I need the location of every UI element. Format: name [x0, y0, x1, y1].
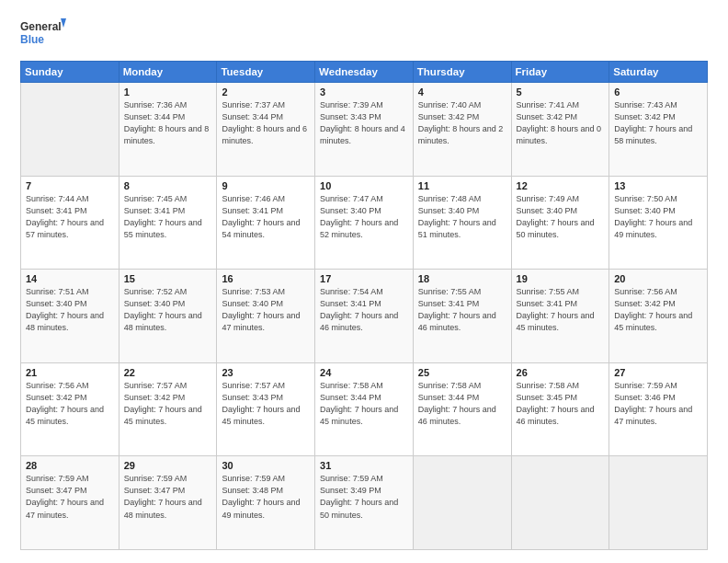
calendar-cell: 12Sunrise: 7:49 AMSunset: 3:40 PMDayligh…	[511, 176, 609, 270]
calendar-cell: 28Sunrise: 7:59 AMSunset: 3:47 PMDayligh…	[21, 456, 119, 550]
weekday-header-row: SundayMondayTuesdayWednesdayThursdayFrid…	[21, 62, 708, 83]
cell-info: Sunrise: 7:55 AMSunset: 3:41 PMDaylight:…	[418, 286, 506, 334]
weekday-header-thursday: Thursday	[413, 62, 511, 83]
weekday-header-sunday: Sunday	[21, 62, 119, 83]
day-number: 12	[517, 180, 605, 191]
cell-info: Sunrise: 7:59 AMSunset: 3:48 PMDaylight:…	[222, 473, 310, 521]
weekday-header-saturday: Saturday	[609, 62, 708, 83]
calendar-cell: 7Sunrise: 7:44 AMSunset: 3:41 PMDaylight…	[21, 176, 119, 270]
day-number: 31	[320, 460, 408, 471]
svg-text:Blue: Blue	[20, 33, 44, 46]
calendar-table: SundayMondayTuesdayWednesdayThursdayFrid…	[20, 61, 708, 550]
svg-text:General: General	[20, 20, 62, 33]
calendar-cell: 22Sunrise: 7:57 AMSunset: 3:42 PMDayligh…	[119, 362, 217, 456]
calendar-cell: 4Sunrise: 7:40 AMSunset: 3:42 PMDaylight…	[413, 83, 511, 177]
day-number: 27	[614, 367, 702, 378]
logo-svg: General Blue	[20, 17, 66, 52]
day-number: 7	[26, 180, 114, 191]
day-number: 9	[222, 180, 310, 191]
day-number: 14	[26, 273, 114, 284]
cell-info: Sunrise: 7:48 AMSunset: 3:40 PMDaylight:…	[418, 193, 506, 241]
cell-info: Sunrise: 7:52 AMSunset: 3:40 PMDaylight:…	[124, 286, 212, 334]
day-number: 17	[320, 273, 408, 284]
cell-info: Sunrise: 7:58 AMSunset: 3:44 PMDaylight:…	[418, 380, 506, 428]
calendar-cell: 15Sunrise: 7:52 AMSunset: 3:40 PMDayligh…	[119, 270, 217, 363]
week-row-1: 1Sunrise: 7:36 AMSunset: 3:44 PMDaylight…	[21, 83, 708, 177]
header: General Blue	[20, 17, 708, 52]
calendar-cell: 19Sunrise: 7:55 AMSunset: 3:41 PMDayligh…	[511, 270, 609, 363]
page: General Blue SundayMondayTuesdayWednesda…	[0, 0, 728, 563]
day-number: 20	[614, 273, 702, 284]
cell-info: Sunrise: 7:55 AMSunset: 3:41 PMDaylight:…	[517, 286, 605, 334]
svg-marker-2	[61, 18, 66, 28]
day-number: 23	[222, 367, 310, 378]
calendar-cell	[21, 83, 119, 177]
calendar-cell: 18Sunrise: 7:55 AMSunset: 3:41 PMDayligh…	[413, 270, 511, 363]
cell-info: Sunrise: 7:43 AMSunset: 3:42 PMDaylight:…	[614, 99, 702, 147]
calendar-cell: 17Sunrise: 7:54 AMSunset: 3:41 PMDayligh…	[315, 270, 414, 363]
day-number: 4	[418, 86, 506, 98]
cell-info: Sunrise: 7:46 AMSunset: 3:41 PMDaylight:…	[222, 193, 310, 241]
cell-info: Sunrise: 7:36 AMSunset: 3:44 PMDaylight:…	[124, 99, 212, 147]
calendar-cell	[413, 456, 511, 550]
calendar-cell: 24Sunrise: 7:58 AMSunset: 3:44 PMDayligh…	[315, 362, 414, 456]
calendar-cell: 21Sunrise: 7:56 AMSunset: 3:42 PMDayligh…	[21, 362, 119, 456]
cell-info: Sunrise: 7:45 AMSunset: 3:41 PMDaylight:…	[124, 193, 212, 241]
cell-info: Sunrise: 7:57 AMSunset: 3:43 PMDaylight:…	[222, 380, 310, 428]
calendar-cell: 13Sunrise: 7:50 AMSunset: 3:40 PMDayligh…	[609, 176, 708, 270]
cell-info: Sunrise: 7:39 AMSunset: 3:43 PMDaylight:…	[320, 99, 408, 147]
cell-info: Sunrise: 7:44 AMSunset: 3:41 PMDaylight:…	[26, 193, 114, 241]
cell-info: Sunrise: 7:41 AMSunset: 3:42 PMDaylight:…	[517, 99, 605, 147]
cell-info: Sunrise: 7:50 AMSunset: 3:40 PMDaylight:…	[614, 193, 702, 241]
day-number: 10	[320, 180, 408, 191]
day-number: 1	[124, 86, 212, 98]
day-number: 11	[418, 180, 506, 191]
day-number: 18	[418, 273, 506, 284]
day-number: 15	[124, 273, 212, 284]
day-number: 22	[124, 367, 212, 378]
calendar-cell: 5Sunrise: 7:41 AMSunset: 3:42 PMDaylight…	[511, 83, 609, 177]
calendar-cell: 26Sunrise: 7:58 AMSunset: 3:45 PMDayligh…	[511, 362, 609, 456]
day-number: 26	[517, 367, 605, 378]
day-number: 6	[614, 86, 702, 98]
cell-info: Sunrise: 7:59 AMSunset: 3:49 PMDaylight:…	[320, 473, 408, 521]
calendar-cell: 29Sunrise: 7:59 AMSunset: 3:47 PMDayligh…	[119, 456, 217, 550]
calendar-cell	[511, 456, 609, 550]
day-number: 28	[26, 460, 114, 471]
calendar-cell: 11Sunrise: 7:48 AMSunset: 3:40 PMDayligh…	[413, 176, 511, 270]
cell-info: Sunrise: 7:54 AMSunset: 3:41 PMDaylight:…	[320, 286, 408, 334]
day-number: 5	[517, 86, 605, 98]
weekday-header-monday: Monday	[119, 62, 217, 83]
calendar-cell: 16Sunrise: 7:53 AMSunset: 3:40 PMDayligh…	[217, 270, 315, 363]
calendar-cell: 3Sunrise: 7:39 AMSunset: 3:43 PMDaylight…	[315, 83, 414, 177]
day-number: 29	[124, 460, 212, 471]
cell-info: Sunrise: 7:47 AMSunset: 3:40 PMDaylight:…	[320, 193, 408, 241]
cell-info: Sunrise: 7:58 AMSunset: 3:45 PMDaylight:…	[517, 380, 605, 428]
cell-info: Sunrise: 7:37 AMSunset: 3:44 PMDaylight:…	[222, 99, 310, 147]
cell-info: Sunrise: 7:59 AMSunset: 3:47 PMDaylight:…	[124, 473, 212, 521]
cell-info: Sunrise: 7:59 AMSunset: 3:47 PMDaylight:…	[26, 473, 114, 521]
day-number: 25	[418, 367, 506, 378]
calendar-cell: 1Sunrise: 7:36 AMSunset: 3:44 PMDaylight…	[119, 83, 217, 177]
cell-info: Sunrise: 7:56 AMSunset: 3:42 PMDaylight:…	[614, 286, 702, 334]
cell-info: Sunrise: 7:56 AMSunset: 3:42 PMDaylight:…	[26, 380, 114, 428]
calendar-cell: 25Sunrise: 7:58 AMSunset: 3:44 PMDayligh…	[413, 362, 511, 456]
cell-info: Sunrise: 7:53 AMSunset: 3:40 PMDaylight:…	[222, 286, 310, 334]
calendar-cell: 20Sunrise: 7:56 AMSunset: 3:42 PMDayligh…	[609, 270, 708, 363]
day-number: 21	[26, 367, 114, 378]
calendar-cell: 10Sunrise: 7:47 AMSunset: 3:40 PMDayligh…	[315, 176, 414, 270]
cell-info: Sunrise: 7:51 AMSunset: 3:40 PMDaylight:…	[26, 286, 114, 334]
week-row-2: 7Sunrise: 7:44 AMSunset: 3:41 PMDaylight…	[21, 176, 708, 270]
calendar-cell: 27Sunrise: 7:59 AMSunset: 3:46 PMDayligh…	[609, 362, 708, 456]
calendar-cell: 23Sunrise: 7:57 AMSunset: 3:43 PMDayligh…	[217, 362, 315, 456]
day-number: 2	[222, 86, 310, 98]
logo: General Blue	[20, 17, 66, 52]
cell-info: Sunrise: 7:40 AMSunset: 3:42 PMDaylight:…	[418, 99, 506, 147]
day-number: 24	[320, 367, 408, 378]
cell-info: Sunrise: 7:58 AMSunset: 3:44 PMDaylight:…	[320, 380, 408, 428]
week-row-3: 14Sunrise: 7:51 AMSunset: 3:40 PMDayligh…	[21, 270, 708, 363]
week-row-4: 21Sunrise: 7:56 AMSunset: 3:42 PMDayligh…	[21, 362, 708, 456]
day-number: 16	[222, 273, 310, 284]
calendar-cell: 8Sunrise: 7:45 AMSunset: 3:41 PMDaylight…	[119, 176, 217, 270]
calendar-cell: 31Sunrise: 7:59 AMSunset: 3:49 PMDayligh…	[315, 456, 414, 550]
